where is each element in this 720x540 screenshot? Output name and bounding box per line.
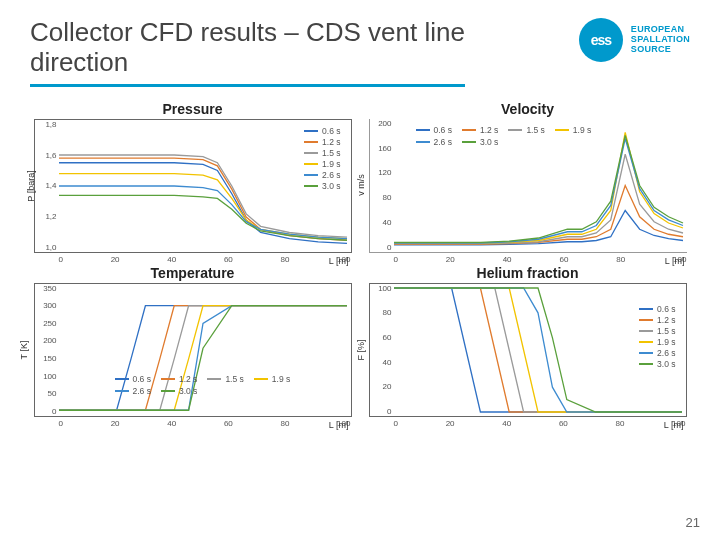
temperature-yticks: 350 300 250 200 150 100 50 0 <box>35 284 57 416</box>
org-name: EUROPEAN SPALLATION SOURCE <box>631 25 690 55</box>
helium-chart: F [%] 100 80 60 40 20 0 0 20 40 60 80 10… <box>369 283 687 417</box>
velocity-cell: Velocity v m/s 200 160 120 80 40 0 0 20 … <box>363 101 692 253</box>
slide-header: Collector CFD results – CDS vent line di… <box>0 0 720 95</box>
helium-legend: 0.6 s1.2 s1.5 s1.9 s2.6 s3.0 s <box>639 304 675 369</box>
org-logo-block: ess EUROPEAN SPALLATION SOURCE <box>579 18 690 62</box>
velocity-legend: 0.6 s1.2 s1.5 s1.9 s2.6 s3.0 s <box>416 125 636 147</box>
temperature-cell: Temperature T [K] 350 300 250 200 150 10… <box>28 265 357 417</box>
pressure-xlabel: L [m] <box>329 256 349 266</box>
temperature-xlabel: L [m] <box>329 420 349 430</box>
temperature-ylabel: T [K] <box>19 340 29 359</box>
page-number: 21 <box>686 515 700 530</box>
temperature-title: Temperature <box>151 265 235 281</box>
pressure-cell: Pressure P [bara] 1,8 1,6 1,4 1,2 1,0 0 … <box>28 101 357 253</box>
velocity-title: Velocity <box>501 101 554 117</box>
velocity-xlabel: L [m] <box>665 256 685 266</box>
velocity-xticks: 0 20 40 60 80 100 <box>394 255 687 264</box>
pressure-xticks: 0 20 40 60 80 100 <box>59 255 351 264</box>
velocity-chart: v m/s 200 160 120 80 40 0 0 20 40 60 80 … <box>369 119 687 253</box>
pressure-chart: P [bara] 1,8 1,6 1,4 1,2 1,0 0 20 40 60 … <box>34 119 352 253</box>
title-line-1: Collector CFD results – CDS vent line <box>30 17 465 47</box>
velocity-yticks: 200 160 120 80 40 0 <box>370 119 392 252</box>
ess-logo-icon: ess <box>579 18 623 62</box>
helium-title: Helium fraction <box>477 265 579 281</box>
temperature-chart: T [K] 350 300 250 200 150 100 50 0 0 20 … <box>34 283 352 417</box>
helium-cell: Helium fraction F [%] 100 80 60 40 20 0 … <box>363 265 692 417</box>
helium-ylabel: F [%] <box>355 339 365 360</box>
title-line-2: direction <box>30 47 128 77</box>
velocity-ylabel: v m/s <box>355 175 365 197</box>
pressure-legend: 0.6 s1.2 s1.5 s1.9 s2.6 s3.0 s <box>304 126 340 191</box>
pressure-yticks: 1,8 1,6 1,4 1,2 1,0 <box>35 120 57 252</box>
helium-xlabel: L [m] <box>664 420 684 430</box>
page-title: Collector CFD results – CDS vent line di… <box>30 18 465 87</box>
helium-xticks: 0 20 40 60 80 100 <box>394 419 686 428</box>
temperature-legend: 0.6 s1.2 s1.5 s1.9 s2.6 s3.0 s <box>115 374 335 396</box>
helium-yticks: 100 80 60 40 20 0 <box>370 284 392 416</box>
chart-grid: Pressure P [bara] 1,8 1,6 1,4 1,2 1,0 0 … <box>0 95 720 417</box>
temperature-xticks: 0 20 40 60 80 100 <box>59 419 351 428</box>
pressure-title: Pressure <box>163 101 223 117</box>
